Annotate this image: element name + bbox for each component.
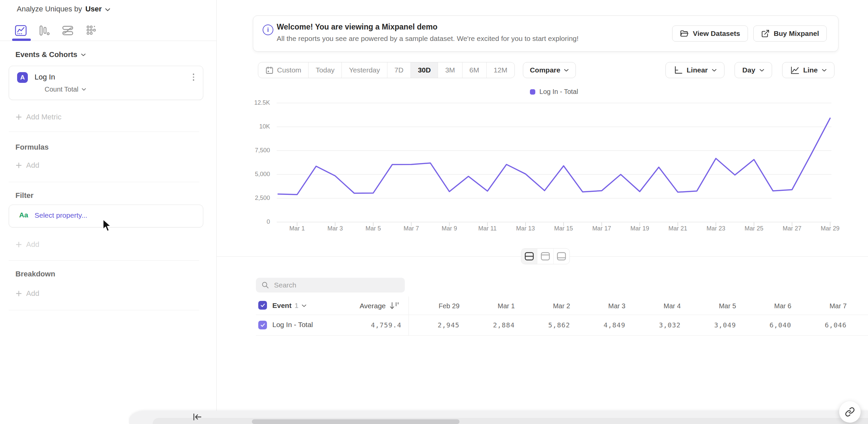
collapse-sidebar-button[interactable] xyxy=(191,411,203,423)
column-header-mar-1[interactable]: Mar 1 xyxy=(465,297,515,315)
column-header-mar-7[interactable]: Mar 7 xyxy=(796,297,846,315)
metric-card[interactable]: A Log In Count Total xyxy=(9,66,203,100)
row-series-name: Log In - Total xyxy=(272,321,313,329)
x-axis-label: Mar 25 xyxy=(734,225,774,232)
table-row[interactable]: Log In - Total 4,759.4 2,9452,8845,8624,… xyxy=(256,315,868,336)
layout-split-button[interactable] xyxy=(521,248,537,264)
layout-table-only-button[interactable] xyxy=(554,248,569,264)
x-axis-label: Mar 21 xyxy=(658,225,698,232)
insights-icon xyxy=(14,24,27,37)
tab-retention[interactable] xyxy=(84,20,99,41)
plus-icon xyxy=(16,114,22,120)
range-6m[interactable]: 6M xyxy=(463,62,487,78)
metric-event-name[interactable]: Log In xyxy=(35,73,55,82)
line-chart[interactable]: Mar 1Mar 3Mar 5Mar 7Mar 9Mar 11Mar 13Mar… xyxy=(277,100,832,241)
plus-icon xyxy=(16,290,22,297)
range-label: 7D xyxy=(395,66,403,74)
range-3m[interactable]: 3M xyxy=(438,62,462,78)
column-header-feb-29[interactable]: Feb 29 xyxy=(409,297,460,315)
linear-axis-icon xyxy=(673,65,683,75)
report-main: i Welcome! You are viewing a Mixpanel de… xyxy=(216,0,868,424)
select-property-link[interactable]: Select property... xyxy=(35,211,87,219)
x-axis-label: Mar 17 xyxy=(582,225,622,232)
chevron-down-icon xyxy=(564,69,569,72)
buy-mixpanel-button[interactable]: Buy Mixpanel xyxy=(753,26,827,41)
chevron-down-icon xyxy=(81,53,86,56)
date-range-group: CustomTodayYesterday7D30D3M6M12M xyxy=(258,62,515,78)
range-label: Custom xyxy=(277,66,301,74)
query-builder-sidebar: Analyze Uniques by User Events & Cohorts xyxy=(0,0,217,424)
cell-value: 5,862 xyxy=(520,315,570,335)
check-icon xyxy=(260,303,265,308)
y-axis-label: 2,500 xyxy=(255,194,270,202)
line-chart-svg xyxy=(277,100,832,234)
range-yesterday[interactable]: Yesterday xyxy=(342,62,388,78)
select-all-checkbox[interactable] xyxy=(258,301,267,310)
collapse-left-icon xyxy=(192,413,202,421)
chevron-down-icon[interactable] xyxy=(105,5,110,13)
search-icon xyxy=(261,281,269,289)
aggregation-selector[interactable]: Count Total xyxy=(44,86,86,93)
divider xyxy=(9,310,199,310)
mixpanel-insights-report: Analyze Uniques by User Events & Cohorts xyxy=(0,0,868,424)
average-column-header[interactable]: Average xyxy=(319,297,386,315)
range-7d[interactable]: 7D xyxy=(388,62,411,78)
formulas-title: Formulas xyxy=(16,143,49,152)
banner-subtitle: All the reports you see are powered by a… xyxy=(277,35,579,42)
column-header-mar-3[interactable]: Mar 3 xyxy=(575,297,625,315)
add-filter-button[interactable]: Add xyxy=(16,240,39,249)
layout-toggle-group xyxy=(521,248,570,264)
x-axis-label: Mar 9 xyxy=(429,225,470,232)
legend-item[interactable]: Log In - Total xyxy=(530,88,578,96)
sort-descending-icon[interactable] xyxy=(389,302,400,312)
chevron-down-icon xyxy=(760,69,764,72)
tab-flows[interactable] xyxy=(60,20,75,41)
events-cohorts-title[interactable]: Events & Cohorts xyxy=(16,50,86,59)
add-breakdown-button[interactable]: Add xyxy=(16,289,39,298)
layout-split-icon xyxy=(525,252,534,261)
range-30d[interactable]: 30D xyxy=(411,62,438,78)
row-average-value: 4,759.4 xyxy=(334,315,401,335)
range-12m[interactable]: 12M xyxy=(487,62,515,78)
kebab-menu-icon[interactable] xyxy=(193,73,194,81)
chevron-down-icon xyxy=(712,69,717,72)
x-axis-label: Mar 3 xyxy=(315,225,355,232)
horizontal-scrollbar-thumb[interactable] xyxy=(252,419,460,424)
column-header-mar-6[interactable]: Mar 6 xyxy=(741,297,791,315)
range-custom[interactable]: Custom xyxy=(258,62,309,78)
link-icon xyxy=(845,407,855,417)
scale-selector-button[interactable]: Linear xyxy=(665,62,724,78)
add-metric-button[interactable]: Add Metric xyxy=(16,113,61,121)
column-header-mar-5[interactable]: Mar 5 xyxy=(686,297,736,315)
calendar-icon xyxy=(265,66,274,74)
x-axis-label: Mar 13 xyxy=(505,225,546,232)
table-header-row: Event 1 Average Feb 29Mar 1Mar 2Mar 3Mar… xyxy=(256,297,868,315)
share-link-button[interactable] xyxy=(839,401,861,423)
retention-icon xyxy=(85,24,98,37)
view-datasets-button[interactable]: View Datasets xyxy=(672,26,748,41)
layout-chart-only-button[interactable] xyxy=(537,248,553,264)
external-link-icon xyxy=(761,29,770,38)
tab-insights[interactable] xyxy=(13,20,28,41)
row-checkbox[interactable] xyxy=(258,321,267,329)
column-header-mar-2[interactable]: Mar 2 xyxy=(520,297,570,315)
add-formula-button[interactable]: Add xyxy=(16,161,39,170)
unit-selector[interactable]: User xyxy=(85,5,102,13)
plus-icon xyxy=(16,241,22,248)
cell-value: 2,945 xyxy=(409,315,460,335)
layout-bottom-icon xyxy=(557,252,566,261)
range-today[interactable]: Today xyxy=(309,62,342,78)
compare-button[interactable]: Compare xyxy=(523,62,576,78)
x-axis-label: Mar 27 xyxy=(772,225,812,232)
event-column-header[interactable]: Event 1 xyxy=(272,302,307,310)
chart-type-selector-button[interactable]: Line xyxy=(782,62,834,78)
flows-icon xyxy=(61,24,74,37)
table-search[interactable] xyxy=(256,278,405,293)
column-header-mar-4[interactable]: Mar 4 xyxy=(630,297,681,315)
active-tab-underline xyxy=(12,38,31,41)
tab-bar-chart[interactable] xyxy=(37,20,52,41)
x-axis-label: Mar 23 xyxy=(695,225,736,232)
search-input[interactable] xyxy=(273,281,389,290)
interval-selector-button[interactable]: Day xyxy=(735,62,772,78)
y-axis-label: 5,000 xyxy=(255,171,270,178)
